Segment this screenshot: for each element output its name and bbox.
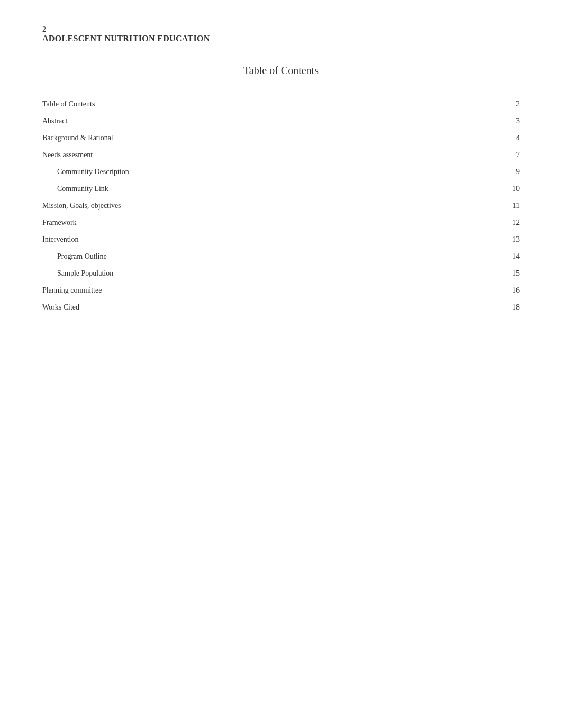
toc-entry-community-description-page: 9 [509,168,520,176]
toc-entry-framework-label: Framework [42,219,77,227]
toc-entry-table-of-contents-page: 2 [509,100,520,108]
toc-entry-intervention-label: Intervention [42,235,78,244]
page: 2 ADOLESCENT NUTRITION EDUCATION Table o… [0,0,562,728]
toc-entry-background-page: 4 [509,134,520,142]
toc-entry-framework: Framework12 [42,214,520,231]
toc-heading: Table of Contents [42,65,520,77]
toc-entry-sample-population-page: 15 [509,269,520,278]
toc-entry-intervention: Intervention13 [42,231,520,248]
toc-entry-mission: Mission, Goals, objectives11 [42,197,520,214]
page-number: 2 [42,25,520,34]
toc-entry-mission-page: 11 [509,202,520,210]
toc-entry-works-cited-label: Works Cited [42,303,79,312]
toc-entry-needs-assesment-label: Needs assesment [42,151,93,159]
toc-entry-community-link-page: 10 [509,185,520,193]
toc-entry-community-link: Community Link10 [42,180,520,197]
toc-entry-works-cited: Works Cited18 [42,299,520,316]
page-header: 2 ADOLESCENT NUTRITION EDUCATION [42,25,520,43]
toc-entry-planning-committee: Planning committee16 [42,282,520,299]
toc-entry-planning-committee-page: 16 [509,286,520,295]
toc-list: Table of Contents2Abstract3Background & … [42,96,520,316]
toc-entry-community-link-label: Community Link [42,185,108,193]
toc-entry-program-outline-label: Program Outline [42,252,107,261]
toc-entry-abstract-page: 3 [509,117,520,125]
toc-entry-abstract: Abstract3 [42,113,520,130]
toc-entry-sample-population-label: Sample Population [42,269,113,278]
toc-entry-table-of-contents-label: Table of Contents [42,100,95,108]
toc-entry-planning-committee-label: Planning committee [42,286,102,295]
toc-entry-needs-assesment: Needs assesment7 [42,147,520,163]
toc-entry-program-outline-page: 14 [509,252,520,261]
toc-entry-intervention-page: 13 [509,235,520,244]
toc-entry-background: Background & Rational4 [42,130,520,147]
toc-entry-mission-label: Mission, Goals, objectives [42,202,121,210]
toc-entry-table-of-contents: Table of Contents2 [42,96,520,113]
toc-entry-sample-population: Sample Population15 [42,265,520,282]
toc-entry-abstract-label: Abstract [42,117,67,125]
toc-entry-program-outline: Program Outline14 [42,248,520,265]
toc-entry-background-label: Background & Rational [42,134,113,142]
toc-entry-needs-assesment-page: 7 [509,151,520,159]
toc-entry-community-description: Community Description9 [42,163,520,180]
toc-entry-works-cited-page: 18 [509,303,520,312]
doc-title: ADOLESCENT NUTRITION EDUCATION [42,34,520,43]
toc-entry-framework-page: 12 [509,219,520,227]
toc-entry-community-description-label: Community Description [42,168,129,176]
